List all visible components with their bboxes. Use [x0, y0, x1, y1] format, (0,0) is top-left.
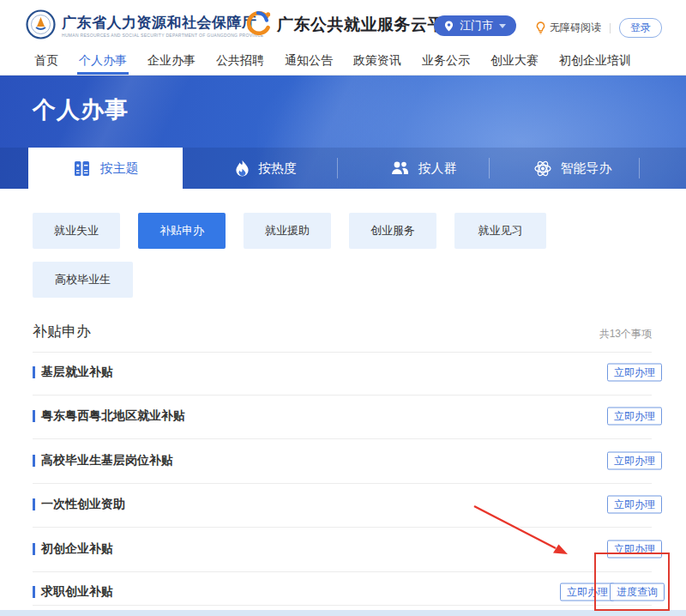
platform-logo-icon	[243, 9, 272, 40]
caret-down-icon	[499, 24, 506, 28]
handle-now-button[interactable]: 立即办理	[607, 452, 662, 470]
hero-banner: 个人办事 按主题	[0, 75, 686, 189]
list-item-title: 一次性创业资助	[41, 497, 125, 512]
category-subsidy[interactable]: 补贴申办	[138, 213, 226, 249]
divider	[33, 483, 652, 484]
nav-item-contest[interactable]: 创业大赛	[489, 49, 540, 75]
item-accent-bar	[33, 455, 35, 467]
list-item-title: 粤东粤西粤北地区就业补贴	[41, 408, 185, 424]
item-accent-bar	[33, 498, 35, 510]
header-utilities: 无障碍阅读 登录	[535, 18, 662, 38]
dept-title: 广东省人力资源和社会保障厅	[62, 15, 263, 31]
atom-icon	[534, 160, 552, 178]
category-employment[interactable]: 就业失业	[33, 213, 120, 249]
section-title: 补贴申办	[33, 322, 91, 341]
nav-item-enterprise[interactable]: 企业办事	[146, 49, 197, 75]
nav-item-training[interactable]: 初创企业培训	[557, 49, 633, 75]
handle-now-button[interactable]: 立即办理	[607, 496, 662, 514]
tab-by-topic[interactable]: 按主题	[28, 148, 183, 189]
divider	[33, 527, 652, 528]
footer-strip	[0, 610, 686, 616]
item-accent-bar	[33, 366, 35, 378]
divider	[610, 23, 611, 33]
divider	[33, 438, 652, 439]
section-count: 共13个事项	[599, 327, 652, 341]
tab-separator	[639, 158, 640, 178]
item-accent-bar	[33, 586, 35, 598]
list-item-title: 初创企业补贴	[41, 541, 113, 557]
handle-now-button[interactable]: 立即办理	[607, 408, 662, 426]
item-accent-bar	[33, 543, 35, 555]
people-icon	[391, 160, 410, 176]
flame-icon	[235, 160, 250, 178]
highlight-arrow	[463, 498, 583, 566]
divider	[33, 352, 652, 353]
nav-item-home[interactable]: 首页	[33, 49, 60, 75]
tab-separator	[337, 158, 338, 178]
platform-logo-block: 广东公共就业服务云平台	[243, 9, 461, 40]
tab-by-topic-label: 按主题	[100, 160, 139, 177]
tab-by-group-label: 按人群	[418, 160, 457, 177]
list-item-title: 基层就业补贴	[41, 365, 113, 380]
category-internship[interactable]: 就业见习	[454, 213, 546, 249]
location-pin-icon	[444, 21, 454, 32]
tab-by-group[interactable]: 按人群	[391, 148, 457, 189]
nav-item-notice[interactable]: 通知公告	[283, 49, 334, 75]
city-selector[interactable]: 江门市	[434, 15, 516, 36]
city-name: 江门市	[460, 18, 493, 33]
list-item-title: 高校毕业生基层岗位补贴	[41, 453, 173, 468]
tab-separator	[489, 158, 490, 178]
dept-logo-block: 广东省人力资源和社会保障厅 HUMAN RESOURCES AND SOCIAL…	[26, 9, 263, 43]
tab-by-popularity-label: 按热度	[258, 160, 297, 177]
accessibility-icon	[535, 21, 546, 34]
divider	[33, 395, 652, 396]
divider	[33, 571, 652, 572]
nav-item-personal[interactable]: 个人办事	[77, 49, 129, 75]
list-item-title: 求职创业补贴	[41, 584, 113, 600]
main-nav: 首页 个人办事 企业办事 公共招聘 通知公告 政策资讯 业务公示 创业大赛 初创…	[0, 49, 686, 75]
divider	[33, 605, 652, 606]
category-assistance[interactable]: 就业援助	[244, 213, 331, 249]
page-title: 个人办事	[33, 94, 129, 125]
page: 广东省人力资源和社会保障厅 HUMAN RESOURCES AND SOCIAL…	[0, 0, 686, 616]
category-startup[interactable]: 创业服务	[349, 213, 436, 249]
dept-logo-icon	[26, 9, 56, 43]
item-accent-bar	[33, 410, 35, 422]
handle-now-button[interactable]: 立即办理	[607, 364, 662, 382]
grid-icon	[73, 160, 91, 178]
top-header: 广东省人力资源和社会保障厅 HUMAN RESOURCES AND SOCIAL…	[0, 0, 686, 49]
nav-item-publicity[interactable]: 业务公示	[420, 49, 472, 75]
highlight-box	[594, 553, 670, 611]
tab-by-popularity[interactable]: 按热度	[235, 148, 297, 189]
tab-smart-guide[interactable]: 智能导办	[534, 148, 612, 189]
login-button[interactable]: 登录	[619, 18, 662, 38]
category-graduates[interactable]: 高校毕业生	[33, 262, 133, 298]
tab-smart-guide-label: 智能导办	[561, 160, 612, 177]
nav-item-recruit[interactable]: 公共招聘	[214, 49, 266, 75]
accessibility-label[interactable]: 无障碍阅读	[550, 21, 601, 35]
nav-item-policy[interactable]: 政策资讯	[352, 49, 403, 75]
dept-subtitle: HUMAN RESOURCES AND SOCIAL SECURITY DEPA…	[62, 33, 263, 38]
